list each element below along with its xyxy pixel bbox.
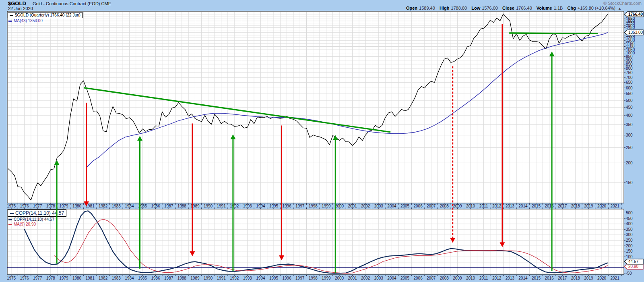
coppock-line-marker-icon [8, 219, 12, 220]
coppock-legend: COPP(14,11,10) 44.57 [8, 217, 54, 222]
chg-up-arrow-icon: ▲ [618, 6, 621, 10]
ma9-legend-text: MA(9) 20.90 [14, 222, 36, 226]
ma43-legend-text: MA(43) 1353.00 [14, 19, 43, 23]
coppock-title-text: COPP(14,11,10) 44.57 [15, 210, 64, 216]
copyright-note: © StockCharts.com [603, 1, 642, 6]
open-label: Open [406, 6, 417, 10]
chart-title: Gold - Continuous Contract (EOD) CME [33, 1, 111, 6]
ma43-legend: MA(43) 1353.00 [8, 19, 43, 23]
price-legend-box: $GOLD (Quarterly) 1766.40 (22 Jun) [8, 12, 83, 18]
coppock-legend-text: COPP(14,11,10) 44.57 [14, 217, 54, 222]
ma9-legend: MA(9) 20.90 [8, 222, 36, 226]
chg-label: Chg [567, 6, 576, 10]
coppock-title-marker-icon [10, 213, 14, 214]
stockcharts-quarterly-gold-chart: 1975197519761976197719771978197819791979… [0, 0, 644, 282]
ticker-symbol: $GOLD [8, 0, 26, 6]
quote-summary: Open1589.40 High1788.80 Low1576.00 Close… [403, 6, 621, 10]
volume-value: 1.1B [554, 6, 563, 10]
chg-value: +169.80 (+10.64%) [578, 6, 615, 10]
price-line-marker-icon [10, 15, 13, 16]
low-label: Low [471, 6, 480, 10]
text-layer: $GOLD Gold - Continuous Contract (EOD) C… [0, 0, 644, 282]
high-label: High [440, 6, 449, 10]
ma43-line-marker-icon [8, 21, 12, 22]
close-label: Close [502, 6, 514, 10]
ma9-line-marker-icon [8, 224, 12, 225]
open-value: 1589.40 [419, 6, 435, 10]
close-value: 1766.40 [516, 6, 532, 10]
coppock-legend-box: COPP(14,11,10) 44.57 [8, 209, 66, 217]
price-legend-text: $GOLD (Quarterly) 1766.40 (22 Jun) [15, 13, 80, 17]
volume-label: Volume [537, 6, 552, 10]
chart-date: 22-Jun-2020 [8, 6, 33, 11]
low-value: 1576.00 [482, 6, 498, 10]
high-value: 1788.80 [451, 6, 467, 10]
